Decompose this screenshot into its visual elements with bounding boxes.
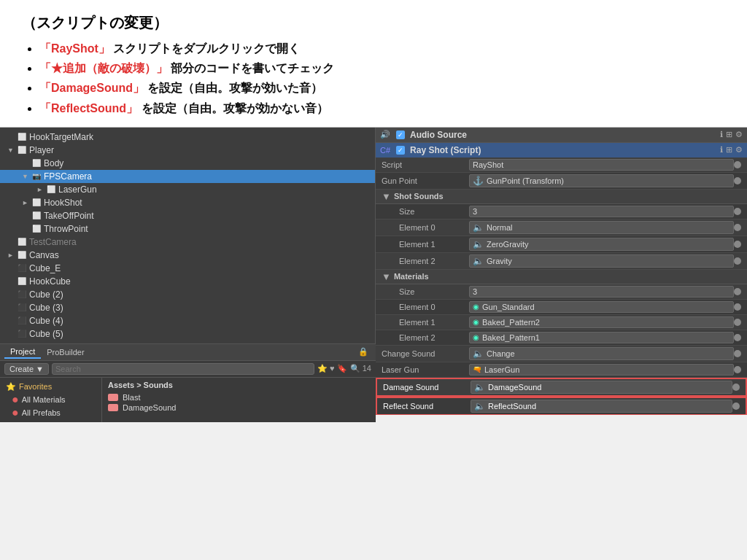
go-icon: ⬜ [18,133,26,141]
go-icon: ⬜ [32,159,41,167]
hierarchy-item-testcamera[interactable]: ⬜ TestCamera [0,236,375,249]
audio-file-icon [108,404,118,411]
hierarchy-item-cube4[interactable]: ⬛ Cube (4) [0,314,375,327]
ray-shot-checkbox[interactable]: ✓ [396,146,405,155]
bullet-1-red: 「RayShot」 [39,42,110,55]
hierarchy-item-hookshot[interactable]: ► ⬜ HookShot [0,196,375,209]
assets-path: Assets > Sounds [108,381,370,389]
shot-sounds-subheader: ▼ Shot Sounds [376,190,747,204]
hierarchy-item-cube-e[interactable]: ⬛ Cube_E [0,262,375,275]
hierarchy-item-takeoffpoint[interactable]: ⬜ TakeOffPoint [0,209,375,222]
hierarchy-item-player[interactable]: ▼ ⬜ Player [0,144,375,157]
audio-source-title: Audio Source [410,130,717,140]
hierarchy-item-cube2[interactable]: ⬛ Cube (2) [0,288,375,301]
bullet-3-black: を設定（自由。攻撃が効いた音） [147,82,322,94]
page-title: （スクリプトの変更） [22,13,725,33]
inspector-panel: 🔊 ✓ Audio Source ℹ ⊞ ⚙ C# ✓ Ray Shot (Sc… [376,128,747,415]
sidebar-all-materials[interactable]: ● All Materials [0,393,101,406]
bullet-3: 「DamageSound」 を設定（自由。攻撃が効いた音） [39,78,725,98]
project-panel: Project ProBuilder 🔒 Create ▼ ⭐ ♥ 🔖 🔍 14… [0,343,376,422]
mat-element0-row: Element 0 ◉ Gun_Standard [376,300,747,315]
arrow-icon: ▼ [382,191,391,202]
expand-icon: ⊞ [726,130,732,139]
row-dot [734,303,741,311]
audio-icon: 🔊 [380,130,390,139]
script-row: Script RayShot [376,158,747,173]
shot-sounds-label: Shot Sounds [394,192,444,201]
bullet-4-red: 「ReflectSound」 [39,102,138,114]
circle-icon: ● [12,407,19,419]
shot-element1-row: Element 1 🔈 ZeroGravity [376,236,747,253]
bottom-panel: ⬜ HookTargetMark ▼ ⬜ Player ⬜ Body ▼ [0,127,747,415]
top-text-area: （スクリプトの変更） 「RayShot」 スクリプトをダブルクリックで開く 「★… [0,0,747,127]
shot-element0-row: Element 0 🔈 Normal [376,219,747,236]
laser-gun-row: Laser Gun 🔫 LaserGun [376,362,747,378]
arrow-icon: ▼ [382,271,391,282]
audio-source-checkbox[interactable]: ✓ [396,131,405,139]
project-sidebar: ⭐ Favorites ● All Materials ● All Prefab… [0,378,102,422]
hierarchy-item-throwpoint[interactable]: ⬜ ThrowPoint [0,222,375,236]
audio-icon: 🔈 [474,401,485,411]
bullet-4: 「ReflectSound」 を設定（自由。攻撃が効かない音） [39,98,725,118]
go-icon: ⬜ [18,251,26,259]
hierarchy-item-body[interactable]: ⬜ Body [0,157,375,170]
file-count: 🔍 14 [350,364,371,373]
gear-icon[interactable]: ⚙ [735,130,743,139]
hierarchy-item-lasergun[interactable]: ► ⬜ LaserGun [0,183,375,196]
cs-icon: C# [380,146,390,155]
mat-element1-row: Element 1 ◉ Baked_Pattern2 [376,315,747,330]
ray-shot-title: Ray Shot (Script) [410,145,717,155]
info-icon: ℹ [720,145,723,155]
materials-label: Materials [394,272,429,281]
ray-shot-section: C# ✓ Ray Shot (Script) ℹ ⊞ ⚙ Script RayS… [376,143,747,415]
audio-file-icon [108,394,118,401]
material-icon: ◉ [473,303,479,311]
audio-icon: 🔈 [473,349,484,359]
project-content: ⭐ Favorites ● All Materials ● All Prefab… [0,378,376,422]
bullet-2-black: 部分のコードを書いてチェック [171,62,334,74]
row-dot [732,402,740,410]
sidebar-all-prefabs[interactable]: ● All Prefabs [0,406,101,419]
cube-icon: ⬛ [18,264,26,272]
file-blast[interactable]: Blast [108,392,370,402]
row-dot [734,224,741,231]
expand-icon: ⊞ [726,145,732,155]
audio-icon: 🔈 [473,222,484,233]
anchor-icon: ⚓ [473,176,484,186]
mat-element2-row: Element 2 ◉ Baked_Pattern1 [376,330,747,346]
go-icon: ⬜ [18,146,26,154]
go-icon: ⬜ [18,277,26,285]
row-dot [734,161,741,168]
bullet-1-black: スクリプトをダブルクリックで開く [113,42,300,55]
go-icon: ⬜ [32,211,41,219]
info-icon: ℹ [720,130,723,139]
tab-project[interactable]: Project [4,346,41,359]
audio-icon: 🔈 [474,382,485,392]
create-button[interactable]: Create ▼ [4,363,49,375]
hierarchy-item-cube5[interactable]: ⬛ Cube (5) [0,327,375,341]
hierarchy-item-hooktargetmark[interactable]: ⬜ HookTargetMark [0,131,375,144]
hierarchy-item-hookcube[interactable]: ⬜ HookCube [0,275,375,288]
row-dot [734,288,741,295]
star-icon: ⭐ [6,382,16,392]
go-icon: ⬜ [32,198,41,206]
project-files: Assets > Sounds Blast DamageSound [102,378,376,422]
hierarchy-item-fpscamera[interactable]: ▼ 📷 FPSCamera [0,170,375,183]
ray-shot-header: C# ✓ Ray Shot (Script) ℹ ⊞ ⚙ [376,143,747,158]
search-input[interactable] [52,363,314,375]
go-icon: ⬜ [32,225,41,233]
row-dot [732,384,740,391]
gear-icon[interactable]: ⚙ [735,145,743,155]
audio-icon: 🔈 [473,256,484,266]
hierarchy-item-canvas[interactable]: ► ⬜ Canvas [0,249,375,262]
row-dot [734,319,741,326]
camera-icon: 📷 [32,172,41,180]
material-icon: ◉ [473,333,479,341]
file-damagesound[interactable]: DamageSound [108,402,370,413]
hierarchy-item-cube3[interactable]: ⬛ Cube (3) [0,301,375,314]
bullet-2: 「★追加（敵の破壊）」 部分のコードを書いてチェック [39,58,725,78]
tab-probuilder[interactable]: ProBuilder [41,346,90,358]
row-dot [734,177,741,184]
gun-icon: 🔫 [473,365,481,373]
favorites-section: ⭐ Favorites [0,381,101,393]
